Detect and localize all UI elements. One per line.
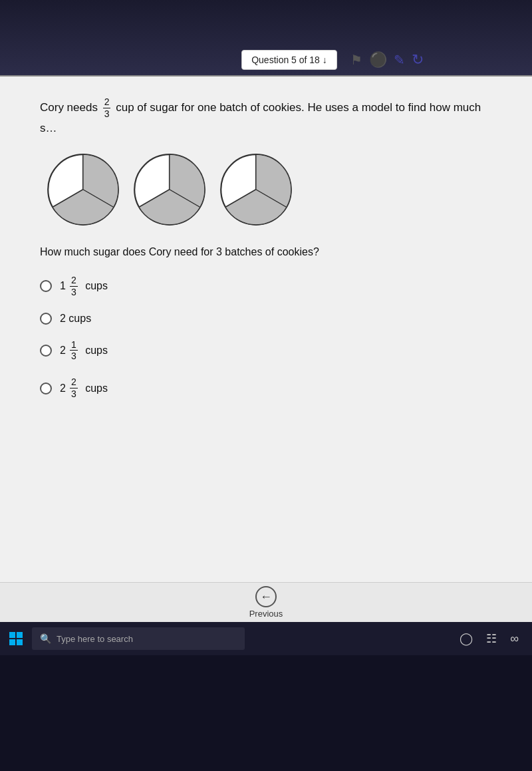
choice-b-text: 2 cups [60, 313, 91, 325]
previous-button[interactable]: ← Previous [249, 586, 283, 619]
svg-rect-13 [17, 632, 23, 638]
svg-rect-14 [9, 639, 15, 645]
radio-d[interactable] [40, 383, 52, 394]
mixed-number-d: 2 2 3 [60, 377, 80, 400]
choice-label-c: 2 1 3 cups [60, 339, 108, 363]
fraction-denominator: 3 [103, 108, 111, 120]
fraction-display: 2 3 [103, 96, 111, 120]
start-button[interactable] [0, 622, 32, 655]
answer-choice-d[interactable]: 2 2 3 cups [40, 377, 492, 400]
whole-c: 2 [60, 345, 66, 357]
toolbar-icons: ⚑ ⚫ ✎ ↻ [350, 51, 424, 69]
flag-icon[interactable]: ⚑ [350, 52, 362, 68]
taskbar-search-box[interactable]: 🔍 Type here to search [32, 627, 245, 650]
frac-den-c: 3 [70, 351, 78, 362]
frac-num-d: 2 [70, 377, 78, 388]
pie-chart-3 [219, 153, 293, 226]
ban-icon[interactable]: ⚫ [369, 51, 387, 69]
svg-rect-12 [9, 632, 15, 638]
pencil-icon[interactable]: ✎ [394, 52, 405, 68]
answer-choice-c[interactable]: 2 1 3 cups [40, 339, 492, 363]
content-area: Cory needs 2 3 cup of sugar for one batc… [0, 77, 532, 582]
windows-logo [9, 632, 23, 645]
radio-b[interactable] [40, 313, 52, 325]
pie-chart-2 [133, 153, 206, 226]
radio-a[interactable] [40, 280, 52, 292]
pie-svg-2 [133, 153, 206, 226]
problem-text: Cory needs 2 3 cup of sugar for one batc… [40, 96, 492, 136]
previous-label: Previous [249, 609, 283, 619]
svg-rect-15 [17, 639, 23, 645]
pie-svg-3 [219, 153, 293, 226]
header-bar: Question 5 of 18 ↓ ⚑ ⚫ ✎ ↻ [0, 0, 532, 77]
unit-c: cups [82, 345, 108, 357]
frac-num-c: 1 [70, 339, 78, 351]
frac-num-a: 2 [70, 275, 78, 287]
frac-den-a: 3 [70, 287, 78, 298]
previous-arrow[interactable]: ← [255, 586, 277, 607]
answer-choice-b[interactable]: 2 cups [40, 313, 492, 325]
mixed-number-c: 2 1 3 [60, 339, 80, 363]
taskbar-right: ◯ ☷ ∞ [460, 631, 532, 646]
infinity-icon[interactable]: ∞ [510, 632, 519, 646]
search-text: Type here to search [57, 634, 133, 644]
answer-choice-a[interactable]: 1 2 3 cups [40, 275, 492, 298]
choice-label-a: 1 2 3 cups [60, 275, 108, 298]
radio-c[interactable] [40, 345, 52, 357]
whole-a: 1 [60, 280, 66, 292]
choice-label-b: 2 cups [60, 313, 91, 325]
frac-c: 1 3 [70, 339, 78, 363]
question-text: How much sugar does Cory need for 3 batc… [40, 246, 492, 258]
pie-svg-1 [47, 153, 120, 226]
taskbar: 🔍 Type here to search ◯ ☷ ∞ [0, 622, 532, 655]
whole-d: 2 [60, 383, 66, 394]
text-before: Cory needs [40, 101, 98, 114]
grid-icon[interactable]: ☷ [486, 631, 497, 646]
unit-d: cups [82, 383, 108, 394]
search-icon: 🔍 [40, 633, 51, 644]
fraction-numerator: 2 [103, 96, 111, 108]
pie-charts-row [47, 153, 492, 226]
choice-label-d: 2 2 3 cups [60, 377, 108, 400]
mixed-number-a: 1 2 3 [60, 275, 80, 298]
frac-d: 2 3 [70, 377, 78, 400]
question-badge[interactable]: Question 5 of 18 ↓ [241, 50, 337, 70]
frac-den-d: 3 [70, 388, 78, 400]
refresh-icon[interactable]: ↻ [412, 51, 424, 69]
bottom-dark-area [0, 655, 532, 771]
unit-a: cups [82, 280, 108, 292]
circle-icon[interactable]: ◯ [460, 631, 473, 646]
question-toolbar: Question 5 of 18 ↓ ⚑ ⚫ ✎ ↻ [241, 50, 424, 70]
frac-a: 2 3 [70, 275, 78, 298]
pie-chart-1 [47, 153, 120, 226]
bottom-nav: ← Previous [0, 582, 532, 622]
